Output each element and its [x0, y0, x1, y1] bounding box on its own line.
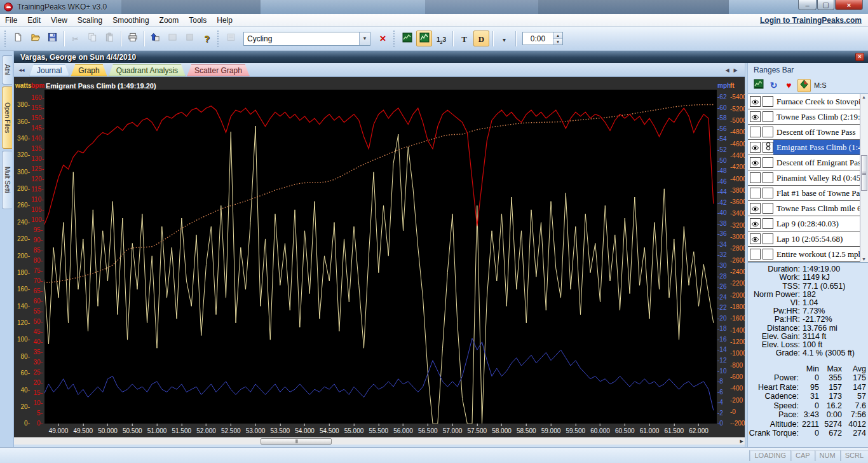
tab-quadrant-analysis[interactable]: Quadrant Analysis: [109, 64, 186, 76]
text-T-button[interactable]: T: [456, 31, 472, 46]
ranges-heart-button[interactable]: ♥: [782, 79, 796, 92]
link-checkbox[interactable]: [763, 172, 773, 183]
time-spinner-buttons[interactable]: ▲▼: [553, 32, 562, 45]
menu-help[interactable]: Help: [212, 15, 238, 26]
range-row[interactable]: Pinamint Valley Rd (0:45:0: [748, 170, 868, 186]
range-list-scrollbar[interactable]: ▲▼: [860, 94, 868, 262]
menu-tools[interactable]: Tools: [184, 15, 212, 26]
login-link[interactable]: Login to TrainingPeaks.com: [760, 16, 862, 25]
range-row[interactable]: Lap 9 (0:28:40.03): [748, 216, 868, 232]
link-checkbox[interactable]: [763, 96, 773, 107]
range-row[interactable]: Descent off Emigrant Pass: [748, 155, 868, 170]
ranges-chart-a-button[interactable]: [752, 79, 765, 92]
visibility-checkbox[interactable]: [750, 249, 761, 259]
sidebar-tab-athl[interactable]: Athl: [2, 55, 12, 85]
xtick: 58.000: [492, 424, 512, 434]
menu-scaling[interactable]: Scaling: [72, 15, 107, 26]
range-row[interactable]: Furnace Creek to Stovepip: [748, 94, 868, 109]
visibility-checkbox[interactable]: [750, 111, 761, 122]
minmax-value: 7:56: [842, 410, 866, 420]
link-checkbox[interactable]: [763, 127, 773, 137]
maximize-button[interactable]: ▢: [817, 0, 834, 10]
visibility-checkbox[interactable]: [750, 96, 761, 107]
menu-view[interactable]: View: [46, 15, 72, 26]
menu-smoothing[interactable]: Smoothing: [107, 15, 154, 26]
minmax-value: 95: [799, 383, 819, 392]
visibility-checkbox[interactable]: [750, 127, 761, 137]
ytick-bpm: 125-: [31, 166, 43, 172]
interval-units-label[interactable]: M:S: [814, 81, 827, 89]
range-row[interactable]: Towne Pass Climb mile 69: [748, 201, 868, 216]
tab-journal[interactable]: Journal: [29, 64, 69, 76]
visibility-checkbox[interactable]: [750, 188, 761, 198]
range-row[interactable]: Entire workout (12.5 mph): [748, 247, 868, 262]
menu-edit[interactable]: Edit: [22, 15, 46, 26]
link-checkbox[interactable]: [763, 249, 773, 259]
link-checkbox[interactable]: [763, 203, 773, 214]
visibility-checkbox[interactable]: [750, 172, 761, 183]
link-checkbox[interactable]: [763, 142, 773, 153]
visibility-checkbox[interactable]: [750, 218, 761, 229]
tab-scatter-graph[interactable]: Scatter Graph: [187, 64, 250, 76]
tab-scroll-right-button[interactable]: ▶: [731, 66, 740, 74]
link-checkbox[interactable]: [763, 111, 773, 122]
scrollbar-thumb[interactable]: [261, 438, 332, 445]
spin-up-icon[interactable]: ▲: [553, 32, 562, 38]
ytick-watts: 220-: [15, 236, 30, 242]
series-power: [44, 126, 714, 424]
time-spinner[interactable]: 0:00▲▼: [522, 32, 563, 45]
scrollbar-right-arrow[interactable]: ▶: [740, 439, 743, 444]
range-row[interactable]: Emigrant Pass Climb (1:49: [748, 140, 868, 155]
tab-graph[interactable]: Graph: [71, 64, 107, 76]
visibility-checkbox[interactable]: [750, 203, 761, 214]
spin-down-icon[interactable]: ▼: [553, 38, 562, 45]
caret-down-button[interactable]: ▾: [496, 31, 512, 46]
link-checkbox[interactable]: [763, 188, 773, 198]
print-button[interactable]: [125, 31, 140, 46]
x-tick-label: 51.000: [147, 427, 167, 434]
range-row[interactable]: Descent off Towne Pass: [748, 125, 868, 140]
ytick-ft: -4400: [730, 153, 745, 159]
sidebar-tab-open-files[interactable]: Open Files: [2, 86, 12, 149]
tab-scroll-left-button[interactable]: ◀: [723, 66, 731, 74]
minimize-button[interactable]: –: [798, 0, 817, 10]
scroll-down-icon[interactable]: ▼: [862, 257, 866, 261]
sport-type-select[interactable]: Cycling▼: [243, 32, 370, 46]
sidebar-tab-mult-setti[interactable]: Mult Setti: [2, 151, 12, 209]
visibility-checkbox[interactable]: [750, 233, 761, 244]
range-row[interactable]: Towne Pass Climb (2:19:5: [748, 109, 868, 125]
range-row[interactable]: Lap 10 (2:05:54.68): [748, 232, 868, 247]
publish-button[interactable]: [147, 31, 163, 46]
visibility-checkbox[interactable]: [750, 157, 761, 168]
link-checkbox[interactable]: [763, 157, 773, 168]
open-folder-button[interactable]: [27, 31, 43, 46]
minmax-header-cell: Min: [799, 364, 819, 374]
visibility-checkbox[interactable]: [750, 142, 761, 153]
plot-area[interactable]: [44, 90, 717, 424]
list-scrollbar-thumb[interactable]: [861, 155, 867, 191]
range-row[interactable]: Flat #1 base of Towne Pas: [748, 186, 868, 201]
minmax-value: 3:43: [799, 410, 819, 420]
minmax-label: Crank Torque:: [748, 429, 799, 447]
digits-123-button[interactable]: 123: [433, 31, 449, 46]
chart-b-button[interactable]: [416, 31, 432, 46]
chart-a-button[interactable]: [399, 31, 415, 46]
ranges-range-flag-button[interactable]: [797, 79, 811, 92]
close-workout-button[interactable]: ×: [855, 53, 864, 61]
axis-label-ft: ft: [730, 82, 745, 89]
text-D-button[interactable]: D: [473, 31, 489, 46]
ranges-refresh-button[interactable]: ↻: [767, 79, 780, 92]
save-file-button[interactable]: [44, 31, 60, 46]
new-file-button[interactable]: [10, 31, 26, 46]
scroll-up-icon[interactable]: ▲: [862, 95, 866, 99]
link-checkbox[interactable]: [763, 218, 773, 229]
help-button[interactable]: ?: [199, 31, 215, 46]
chart-a-icon: [402, 32, 412, 45]
delete-x-button[interactable]: ×: [375, 31, 391, 46]
menu-zoom[interactable]: Zoom: [154, 15, 184, 26]
graph-horizontal-scrollbar[interactable]: ▶: [14, 437, 745, 445]
close-button[interactable]: ×: [835, 0, 863, 10]
link-checkbox[interactable]: [763, 233, 773, 244]
menu-file[interactable]: File: [0, 15, 22, 26]
first-tab-button[interactable]: ◂◂: [17, 65, 27, 75]
